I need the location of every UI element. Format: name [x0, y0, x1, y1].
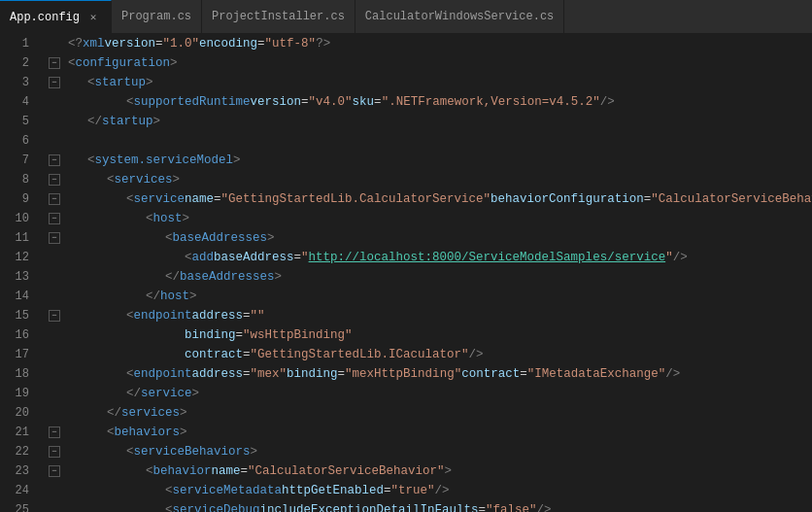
code-line: </startup> [41, 112, 812, 131]
tab-label: CalculatorWindowsService.cs [365, 10, 554, 23]
tab-app-config[interactable]: App.config ✕ [0, 0, 112, 33]
code-line: − <configuration> [41, 53, 812, 73]
code-line: − <services> [41, 170, 812, 189]
collapse-icon[interactable]: − [49, 154, 60, 166]
collapse-icon[interactable]: − [49, 174, 60, 186]
code-line: </services> [41, 403, 812, 423]
code-line: − <startup> [41, 73, 812, 92]
close-icon[interactable]: ✕ [85, 10, 101, 25]
code-line: − <behaviors> [41, 423, 812, 442]
code-line: − <serviceBehaviors> [41, 442, 812, 461]
code-line: </service> [41, 384, 812, 403]
collapse-icon[interactable]: − [49, 57, 60, 69]
collapse-icon[interactable]: − [49, 193, 60, 205]
code-line: <add baseAddress="http://localhost:8000/… [41, 248, 812, 267]
code-line: <endpoint address="mex" binding="mexHttp… [41, 364, 812, 384]
code-line [41, 131, 812, 151]
tab-calculator-service[interactable]: CalculatorWindowsService.cs [355, 0, 564, 33]
code-lines: <?xml version="1.0" encoding="utf-8" ?> … [41, 34, 812, 512]
code-line: <serviceDebug includeExceptionDetailInFa… [41, 500, 812, 512]
code-line: </baseAddresses> [41, 267, 812, 287]
code-line: − <system.serviceModel> [41, 151, 812, 170]
code-line: contract="GettingStartedLib.ICaculator"/… [41, 345, 812, 364]
code-line: − <behavior name="CalculatorServiceBehav… [41, 461, 812, 481]
tab-project-installer[interactable]: ProjectInstaller.cs [202, 0, 355, 33]
line-numbers: 1 2 3 4 5 6 7 8 9 10 11 12 13 14 15 16 1… [0, 34, 37, 512]
collapse-icon[interactable]: − [49, 310, 60, 322]
tab-bar: App.config ✕ Program.cs ProjectInstaller… [0, 0, 812, 34]
collapse-icon[interactable]: − [49, 427, 60, 438]
tab-label: ProjectInstaller.cs [212, 10, 345, 23]
collapse-icon[interactable]: − [49, 446, 60, 458]
code-line: − <service name="GettingStartedLib.Calcu… [41, 189, 812, 209]
tab-label: App.config [10, 11, 80, 24]
collapse-icon[interactable]: − [49, 213, 60, 224]
tab-label: Program.cs [121, 10, 191, 23]
code-line: <supportedRuntime version="v4.0" sku=".N… [41, 92, 812, 112]
code-area: 1 2 3 4 5 6 7 8 9 10 11 12 13 14 15 16 1… [0, 34, 812, 512]
collapse-icon[interactable]: − [49, 77, 60, 88]
tab-program-cs[interactable]: Program.cs [112, 0, 202, 33]
code-line: <serviceMetadata httpGetEnabled="true"/> [41, 481, 812, 500]
code-line: − <baseAddresses> [41, 228, 812, 248]
code-line: <?xml version="1.0" encoding="utf-8" ?> [41, 34, 812, 53]
collapse-icon[interactable]: − [49, 232, 60, 244]
collapse-icon[interactable]: − [49, 465, 60, 477]
code-content[interactable]: <?xml version="1.0" encoding="utf-8" ?> … [37, 34, 812, 512]
code-line: − <endpoint address="" [41, 306, 812, 325]
code-line: binding="wsHttpBinding" [41, 325, 812, 345]
code-line: − <host> [41, 209, 812, 228]
code-line: </host> [41, 287, 812, 306]
